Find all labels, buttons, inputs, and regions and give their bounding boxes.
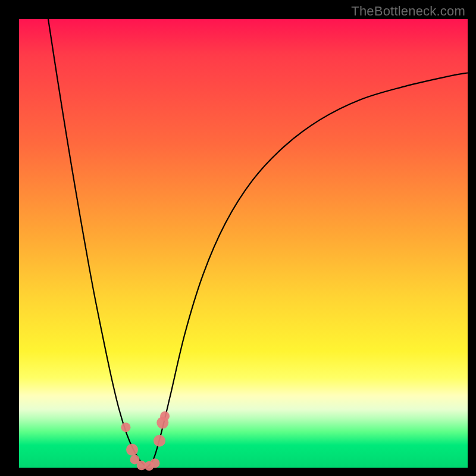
data-markers xyxy=(121,411,170,471)
data-marker xyxy=(150,458,159,468)
chart-svg xyxy=(19,19,468,468)
curve-left-branch xyxy=(48,19,147,468)
watermark-text: TheBottleneck.com xyxy=(351,4,465,19)
data-marker xyxy=(126,444,138,456)
plot-area xyxy=(19,19,468,468)
curve-right-branch xyxy=(147,73,468,468)
data-marker xyxy=(160,411,170,421)
data-marker xyxy=(154,435,165,447)
chart-frame: TheBottleneck.com xyxy=(0,0,476,476)
data-marker xyxy=(121,422,130,432)
